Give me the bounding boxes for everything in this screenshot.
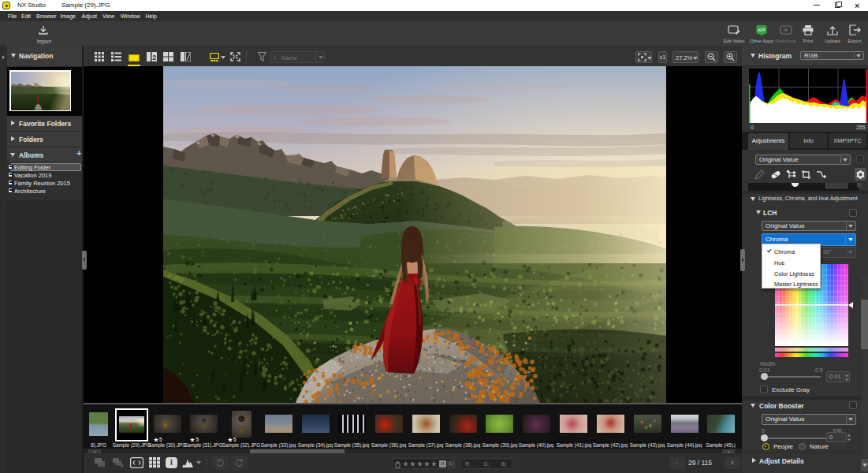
svg-text:APP: APP xyxy=(758,28,766,32)
svg-text:2: 2 xyxy=(152,54,156,61)
